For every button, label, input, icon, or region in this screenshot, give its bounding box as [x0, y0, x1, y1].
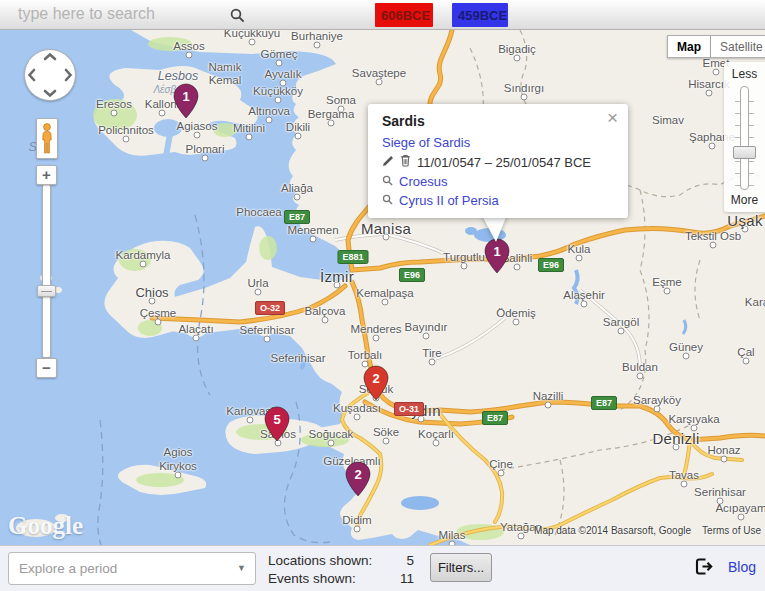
explore-period-select[interactable]: Explore a period ▼ — [8, 552, 256, 585]
map-type-satellite-button[interactable]: Satellite — [711, 35, 765, 58]
town-dot — [498, 470, 505, 477]
town-dot — [249, 39, 256, 46]
edit-icon[interactable] — [382, 155, 394, 170]
map-label: Phocaea — [236, 206, 281, 218]
map-marker-2[interactable]: 2 — [345, 461, 371, 501]
map-label: Altınova — [248, 105, 290, 117]
zoom-slider-handle[interactable] — [37, 285, 56, 297]
town-dot — [140, 261, 147, 268]
events-shown-label: Events shown: — [268, 571, 356, 586]
map-label: Honaz — [707, 444, 740, 456]
map-label: Serinhisar — [694, 486, 746, 498]
map-label: Sarayköy — [633, 394, 681, 406]
map-label: Ödemiş — [496, 307, 536, 319]
map-label: Söke — [373, 426, 399, 438]
town-dot — [155, 319, 162, 326]
map-label: Küçükkuyu — [224, 30, 280, 39]
delete-icon[interactable] — [400, 154, 411, 170]
event-date-range: 11/01/0547 – 25/01/0547 BCE — [417, 155, 591, 170]
blog-link[interactable]: Blog — [728, 559, 756, 575]
map-label: Çeşme — [140, 307, 176, 319]
map-marker-1[interactable]: 1 — [484, 238, 510, 278]
town-dot — [193, 335, 200, 342]
town-dot — [376, 79, 383, 86]
map-label: Menderes — [350, 323, 401, 335]
map-label: Savaştepe — [352, 67, 406, 79]
density-less-label: Less — [724, 67, 765, 81]
town-dot — [264, 336, 271, 343]
town-dot — [681, 481, 688, 488]
filters-button[interactable]: Filters... — [430, 553, 492, 582]
street-view-pegman[interactable] — [36, 118, 58, 159]
search-icon[interactable] — [230, 8, 245, 27]
zoom-out-button[interactable]: − — [36, 358, 57, 378]
map-canvas[interactable]: SeaLesbosΛέσβοςAssosKüçükkuyuBurhaniyeGö… — [0, 30, 765, 545]
person-link[interactable]: Croesus — [399, 174, 447, 189]
search-input[interactable]: type here to search — [18, 5, 155, 23]
town-dot — [664, 288, 671, 295]
road-shield: E96 — [399, 268, 425, 282]
map-label: İzmir — [320, 268, 354, 285]
zoom-slider-rail[interactable] — [42, 184, 51, 358]
popup-title: Sardis — [382, 113, 614, 129]
close-icon[interactable]: × — [607, 110, 618, 126]
map-label: Kardamyla — [116, 249, 171, 261]
town-dot — [433, 440, 440, 447]
map-label: Chios — [135, 285, 168, 300]
pan-control[interactable] — [24, 49, 76, 101]
era-button-606BCE[interactable]: 606BCE — [375, 3, 433, 27]
person-link[interactable]: Cyrus II of Persia — [399, 193, 499, 208]
era-button-459BCE[interactable]: 459BCE — [452, 3, 508, 27]
map-label: Tavas — [669, 469, 699, 481]
explore-period-value: Explore a period — [19, 561, 117, 576]
town-dot — [513, 319, 520, 326]
map-label: Sarıgöl — [603, 316, 639, 328]
svg-text:5: 5 — [273, 412, 280, 427]
map-label: Karşıyaka — [668, 413, 719, 425]
town-dot — [328, 120, 335, 127]
town-dot — [710, 242, 717, 249]
map-label: Koçarlı — [418, 428, 454, 440]
town-dot — [637, 373, 644, 380]
search-icon — [382, 193, 393, 208]
map-label: Lesbos — [158, 69, 198, 83]
map-label: Denizli — [652, 430, 699, 447]
logout-icon[interactable] — [694, 557, 713, 580]
locations-shown-row: Locations shown: 5 — [268, 553, 372, 568]
map-label: Acıpayam — [715, 502, 765, 514]
town-dot — [186, 52, 193, 59]
density-slider-handle[interactable] — [733, 146, 756, 159]
town-dot — [461, 263, 468, 270]
event-link[interactable]: Siege of Sardis — [382, 135, 470, 150]
town-dot — [247, 417, 254, 424]
map-label: Bergama — [308, 108, 355, 120]
terms-of-use-link[interactable]: Terms of Use — [702, 525, 761, 536]
town-dot — [354, 414, 361, 421]
locations-shown-value: 5 — [382, 553, 414, 568]
town-dot — [123, 136, 130, 143]
map-label: Manisa — [361, 220, 411, 237]
town-dot — [275, 97, 282, 104]
map-label: Turgutlu — [443, 251, 485, 263]
map-type-map-button[interactable]: Map — [667, 35, 711, 58]
town-dot — [111, 110, 118, 117]
road-shield: O-32 — [255, 301, 285, 315]
town-dot — [706, 90, 713, 97]
map-label: Namık — [208, 61, 241, 73]
town-dot — [514, 55, 521, 62]
map-marker-1[interactable]: 1 — [173, 83, 199, 123]
map-label: Küçükköy — [253, 85, 303, 97]
map-label: Uşak — [727, 212, 762, 229]
town-dot — [545, 402, 552, 409]
map-label: Kemalpaşa — [356, 287, 414, 299]
map-label: Dikili — [286, 121, 310, 133]
map-marker-5[interactable]: 5 — [264, 406, 290, 446]
map-marker-2[interactable]: 2 — [363, 365, 389, 405]
zoom-in-button[interactable]: + — [36, 165, 57, 185]
town-dot — [743, 358, 750, 365]
town-dot — [159, 110, 166, 117]
map-label: Alaşehir — [563, 289, 605, 301]
map-label: Assos — [173, 40, 204, 52]
density-slider-track[interactable] — [740, 86, 749, 190]
bottom-bar: Explore a period ▼ Locations shown: 5 Ev… — [0, 545, 765, 591]
